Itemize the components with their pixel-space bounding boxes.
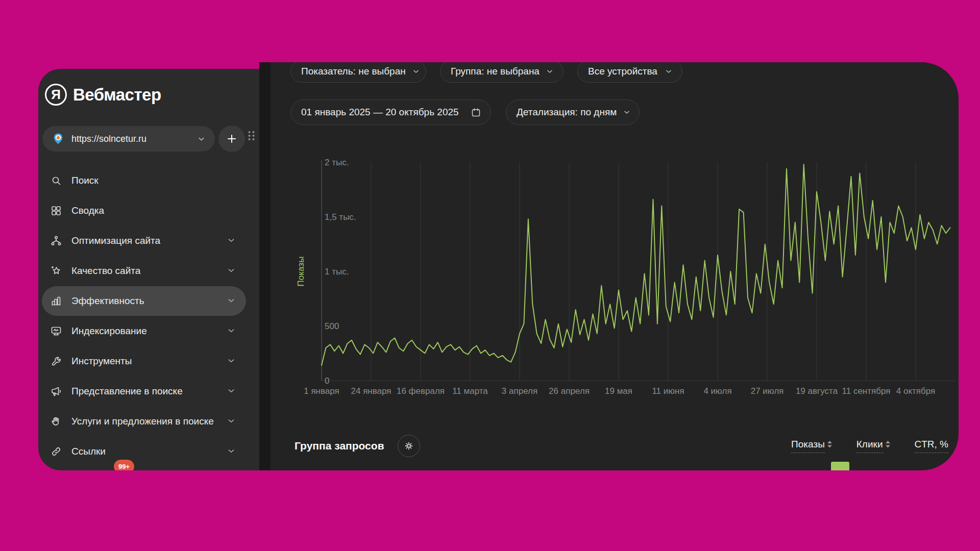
detail-level-dropdown[interactable]: Детализация: по дням xyxy=(506,99,640,125)
chevron-down-icon xyxy=(227,386,237,396)
detail-level-label: Детализация: по дням xyxy=(517,107,617,118)
sidebar-item-label: Инструменты xyxy=(71,356,227,367)
x-tick-label: 11 июня xyxy=(652,386,684,396)
chevron-down-icon xyxy=(546,67,554,76)
sidebar-item-label: Качество сайта xyxy=(71,265,227,277)
sidebar-item-effektivnost[interactable]: Эффективность xyxy=(42,286,246,316)
x-tick-label: 11 сентября xyxy=(842,386,891,396)
sidebar-item-uslugi-i-predlozheniya[interactable]: Услуги и предложения в поиске xyxy=(42,407,246,436)
x-tick-label: 4 октября xyxy=(896,386,935,396)
chart-y-axis-title: Показы xyxy=(296,257,306,287)
sort-arrows-icon xyxy=(826,439,833,449)
bar-chart-icon xyxy=(50,295,62,307)
sidebar-item-label: Оптимизация сайта xyxy=(71,235,227,246)
sidebar-item-label: Услуги и предложения в поиске xyxy=(71,416,227,427)
link-icon xyxy=(50,445,62,458)
chevron-down-icon xyxy=(227,236,237,246)
grid-icon xyxy=(50,205,62,217)
sidebar-item-instrumenty[interactable]: Инструменты xyxy=(42,346,246,376)
sidebar-item-label: Сводка xyxy=(71,205,246,216)
main-panel: Показатель: не выбран Группа: не выбрана… xyxy=(259,62,959,470)
sidebar-item-indeksirovanie[interactable]: Индексирование xyxy=(42,316,246,346)
query-group-header: Группа запросов xyxy=(295,440,384,452)
x-tick-label: 4 июля xyxy=(703,386,731,396)
x-tick-label: 24 января xyxy=(351,386,391,396)
chevron-down-icon xyxy=(227,446,237,457)
hand-icon xyxy=(50,415,62,428)
sidebar-item-optimizaciya-sajta[interactable]: Оптимизация сайта xyxy=(42,226,246,256)
x-tick-label: 1 января xyxy=(304,386,339,396)
column-label: Показы xyxy=(791,439,825,453)
wrench-icon xyxy=(50,355,62,367)
y-tick-label: 2 тыс. xyxy=(325,158,349,167)
group-filter-label: Группа: не выбрана xyxy=(451,66,540,77)
y-tick-label: 1,5 тыс. xyxy=(325,212,356,222)
metric-filter-label: Показатель: не выбран xyxy=(301,66,406,77)
column-header-ctr-[interactable]: CTR, % xyxy=(915,439,949,453)
sidebar-item-label: Ссылки xyxy=(71,446,227,457)
sidebar-item-poisk[interactable]: Поиск xyxy=(42,166,246,195)
chart-canvas: 05001 тыс.1,5 тыс.2 тыс.1 января24 январ… xyxy=(286,158,959,403)
notification-badge: 99+ xyxy=(114,460,134,470)
column-label: Клики xyxy=(856,439,883,453)
x-tick-label: 11 марта xyxy=(452,386,488,396)
chevron-down-icon xyxy=(227,356,237,366)
column-label: CTR, % xyxy=(915,439,949,453)
x-tick-label: 19 августа xyxy=(796,386,838,396)
megaphone-icon xyxy=(50,385,62,397)
table-column-headers: ПоказыКликиCTR, % xyxy=(791,439,948,453)
x-tick-label: 26 апреля xyxy=(549,386,590,396)
sidebar-item-predstavlenie-v-poiske[interactable]: Представление в поиске xyxy=(42,377,246,406)
sidebar-item-label: Индексирование xyxy=(71,325,227,337)
star-icon xyxy=(50,265,62,277)
chevron-down-icon xyxy=(227,326,237,336)
sidebar-item-ssylki[interactable]: Ссылки xyxy=(42,437,246,466)
metric-filter-dropdown[interactable]: Показатель: не выбран xyxy=(290,62,426,83)
impressions-chart: Показы 05001 тыс.1,5 тыс.2 тыс.1 января2… xyxy=(286,158,959,403)
search-icon xyxy=(50,174,62,187)
sidebar-item-label: Эффективность xyxy=(71,295,227,307)
chevron-down-icon xyxy=(227,296,237,306)
chevron-down-icon xyxy=(623,108,631,116)
chevron-down-icon xyxy=(227,416,237,427)
sidebar-item-kachestvo-sajta[interactable]: Качество сайта xyxy=(42,256,246,286)
sidebar-item-svodka[interactable]: Сводка xyxy=(42,196,246,226)
y-tick-label: 1 тыс. xyxy=(325,267,349,277)
y-tick-label: 0 xyxy=(325,376,329,386)
sidebar: Я Вебмастер https://solncetur.ru ПоискСв… xyxy=(38,69,259,470)
gear-icon[interactable] xyxy=(398,435,420,457)
x-tick-label: 16 февраля xyxy=(397,386,445,396)
x-tick-label: 19 мая xyxy=(605,386,632,396)
drag-handle-dots-icon[interactable] xyxy=(247,130,256,143)
calendar-icon xyxy=(471,107,481,118)
devices-filter-label: Все устройства xyxy=(588,66,658,77)
sitemap-icon xyxy=(50,235,62,247)
monitor-icon xyxy=(50,325,62,337)
sidebar-item-label: Представление в поиске xyxy=(71,386,227,397)
column-header-клики[interactable]: Клики xyxy=(856,439,891,453)
date-range-picker[interactable]: 01 январь 2025 — 20 октябрь 2025 xyxy=(290,99,491,125)
x-tick-label: 27 июля xyxy=(751,386,784,396)
sidebar-item-label: Поиск xyxy=(71,175,246,186)
devices-filter-dropdown[interactable]: Все устройства xyxy=(577,62,682,83)
date-range-label: 01 январь 2025 — 20 октябрь 2025 xyxy=(301,107,464,118)
y-tick-label: 500 xyxy=(325,321,339,331)
x-tick-label: 3 апреля xyxy=(502,386,537,396)
sort-arrows-icon xyxy=(885,439,891,449)
chevron-down-icon xyxy=(665,67,673,76)
panel-gutter xyxy=(259,62,271,470)
table-row-bar xyxy=(831,462,849,470)
group-filter-dropdown[interactable]: Группа: не выбрана xyxy=(440,62,564,83)
chevron-down-icon xyxy=(227,266,237,276)
chevron-down-icon xyxy=(412,67,420,76)
impressions-line xyxy=(322,164,950,365)
column-header-показы[interactable]: Показы xyxy=(791,439,833,453)
